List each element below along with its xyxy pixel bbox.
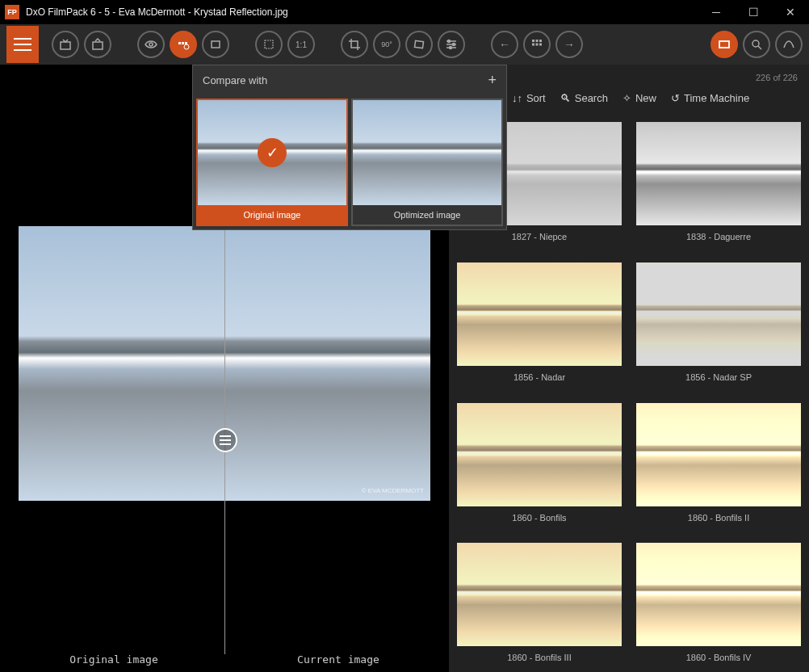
- minimize-button[interactable]: ─: [698, 0, 735, 24]
- sliders-icon[interactable]: [438, 31, 465, 58]
- watermark: © EVA MCDERMOTT: [362, 487, 424, 494]
- app-icon: FP: [5, 5, 19, 19]
- svg-rect-0: [61, 42, 70, 49]
- preset-thumbnail: [457, 403, 622, 506]
- left-image-label: Original image: [69, 653, 158, 666]
- preset-label: 1856 - Nadar SP: [636, 372, 801, 382]
- next-button[interactable]: →: [555, 31, 583, 58]
- svg-rect-15: [539, 40, 542, 42]
- svg-point-20: [752, 40, 759, 47]
- preset-thumbnail: [457, 543, 622, 646]
- main-image[interactable]: © EVA MCDERMOTT: [19, 226, 430, 501]
- preset-label: 1860 - Bonfils: [457, 513, 622, 523]
- viewer-area: Compare with + ✓ Original image Optimize…: [0, 65, 449, 672]
- svg-point-12: [450, 47, 452, 49]
- new-button[interactable]: ✧ New: [622, 92, 656, 104]
- compare-title: Compare with: [203, 74, 267, 86]
- import-icon[interactable]: [52, 31, 79, 58]
- window-title: DxO FilmPack 6 - 5 - Eva McDermott - Kry…: [26, 6, 698, 18]
- preset-item[interactable]: 1860 - Bonfils IV: [636, 543, 801, 664]
- compare-thumb-original[interactable]: ✓ Original image: [196, 99, 348, 226]
- svg-rect-19: [719, 41, 729, 48]
- straighten-icon[interactable]: [405, 31, 433, 58]
- preset-item[interactable]: 1856 - Nadar SP: [636, 262, 801, 384]
- svg-rect-17: [536, 44, 539, 46]
- preset-thumbnail: [457, 262, 622, 366]
- preset-thumbnail: [636, 122, 801, 225]
- titlebar: FP DxO FilmPack 6 - 5 - Eva McDermott - …: [0, 0, 809, 24]
- time-machine-button[interactable]: ↺ Time Machine: [671, 92, 749, 104]
- menu-button[interactable]: [6, 26, 39, 63]
- single-view-icon[interactable]: [202, 31, 229, 58]
- compare-icon[interactable]: [170, 31, 197, 58]
- export-icon[interactable]: [84, 31, 111, 58]
- history-icon: ↺: [671, 92, 680, 104]
- check-icon: ✓: [258, 138, 287, 167]
- preset-label: 1860 - Bonfils III: [457, 653, 622, 662]
- preset-label: 1838 - Daguerre: [636, 232, 801, 242]
- svg-rect-3: [178, 42, 181, 44]
- sparkle-icon: ✧: [622, 92, 631, 104]
- presets-panel-icon[interactable]: [710, 31, 738, 58]
- preset-item[interactable]: 1860 - Bonfils III: [457, 543, 622, 664]
- fit-icon[interactable]: [255, 31, 283, 58]
- svg-rect-7: [212, 41, 220, 48]
- histogram-icon[interactable]: [775, 31, 803, 58]
- compare-thumb-optimized[interactable]: Optimized image: [351, 99, 503, 226]
- svg-point-10: [448, 40, 451, 43]
- zoom-1-1-icon[interactable]: 1:1: [287, 31, 315, 58]
- eye-icon[interactable]: [137, 31, 165, 58]
- preset-label: 1856 - Nadar: [457, 372, 622, 382]
- sort-icon: ↓↑: [512, 92, 522, 104]
- crop-icon[interactable]: [341, 31, 368, 58]
- preset-item[interactable]: 1856 - Nadar: [457, 262, 622, 384]
- preset-label: 1860 - Bonfils IV: [636, 653, 801, 662]
- preset-item[interactable]: 1860 - Bonfils II: [636, 403, 801, 524]
- preset-label: 1827 - Niepce: [457, 232, 622, 242]
- svg-rect-8: [265, 40, 273, 48]
- right-image-label: Current image: [297, 653, 379, 666]
- compare-panel: Compare with + ✓ Original image Optimize…: [192, 65, 507, 230]
- split-handle-icon[interactable]: [213, 428, 237, 452]
- svg-rect-18: [539, 44, 542, 46]
- grid-view-icon[interactable]: [523, 31, 551, 58]
- loupe-icon[interactable]: [743, 31, 770, 58]
- svg-rect-16: [532, 44, 534, 46]
- search-button[interactable]: 🔍︎ Search: [560, 92, 608, 104]
- sort-button[interactable]: ↓↑ Sort: [512, 92, 546, 104]
- preset-label: 1860 - Bonfils II: [636, 513, 801, 523]
- svg-point-6: [184, 44, 189, 49]
- compare-thumbs: ✓ Original image Optimized image: [193, 95, 506, 229]
- prev-button[interactable]: ←: [491, 31, 518, 58]
- search-icon: 🔍︎: [560, 92, 571, 104]
- toolbar: 1:1 90° ← →: [0, 24, 809, 65]
- svg-rect-1: [93, 42, 103, 49]
- compare-thumb-label: Original image: [198, 205, 346, 225]
- preset-thumbnail: [636, 403, 801, 506]
- svg-rect-4: [182, 42, 184, 44]
- svg-rect-9: [414, 40, 423, 48]
- add-comparison-icon[interactable]: +: [488, 72, 497, 89]
- svg-point-11: [453, 44, 455, 46]
- split-divider[interactable]: [224, 226, 225, 654]
- preset-item[interactable]: 1860 - Bonfils: [457, 403, 622, 524]
- svg-rect-13: [532, 40, 534, 42]
- rotate-icon[interactable]: 90°: [373, 31, 400, 58]
- close-button[interactable]: ✕: [772, 0, 809, 24]
- preset-item[interactable]: 1838 - Daguerre: [636, 122, 801, 243]
- compare-thumb-label: Optimized image: [353, 205, 501, 225]
- maximize-button[interactable]: ☐: [735, 0, 772, 24]
- preset-thumbnail: [636, 262, 801, 366]
- preset-thumbnail: [636, 543, 801, 646]
- svg-rect-14: [536, 40, 539, 42]
- svg-point-2: [149, 43, 153, 46]
